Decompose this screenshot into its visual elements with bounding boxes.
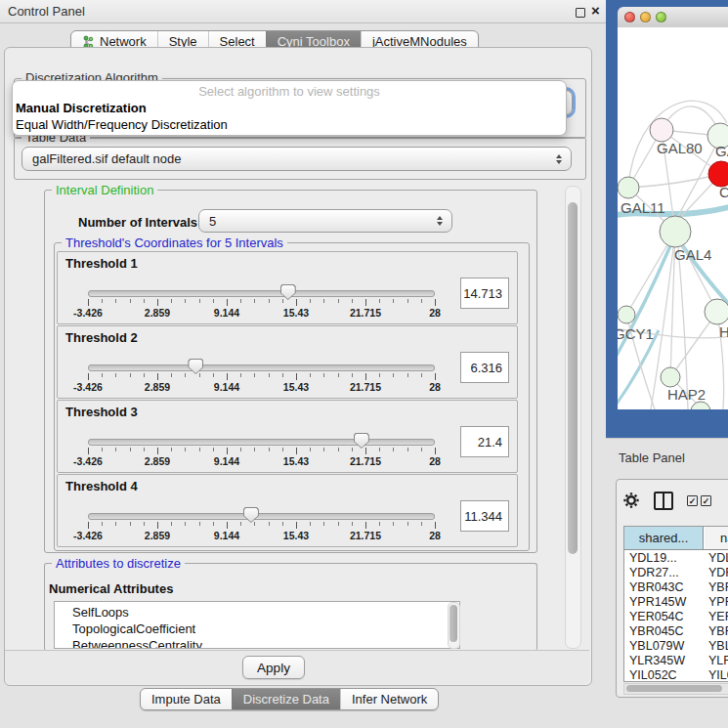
attribute-item[interactable]: BetweennessCentrality [55, 637, 459, 649]
slider-tick [115, 373, 116, 377]
column-header-shared-name[interactable]: shared... [624, 527, 704, 549]
close-button[interactable] [624, 12, 635, 22]
popup-item-manual-discretization[interactable]: Manual Discretization [16, 101, 147, 115]
table-row[interactable]: YPR145WYPR1 [624, 595, 728, 610]
table-row[interactable]: YIL052CYIL0 [624, 668, 728, 682]
minimize-button[interactable] [640, 12, 651, 22]
threshold-slider[interactable] [88, 439, 435, 446]
cell-name: YDL1 [705, 551, 728, 566]
attribute-item[interactable]: SelfLoops [55, 604, 459, 621]
slider-tick [254, 299, 255, 303]
slider-tick [115, 522, 116, 526]
attributes-scrollbar-thumb[interactable] [450, 605, 457, 642]
split-columns-icon[interactable] [654, 492, 673, 510]
slider-tick [393, 299, 394, 303]
popup-item-equal-width-frequency[interactable]: Equal Width/Frequency Discretization [16, 117, 228, 132]
attributes-group-title: Attributes to discretize [52, 556, 185, 571]
threshold-value-field[interactable]: 14.713 [460, 278, 509, 309]
cell-name: YBL0 [705, 639, 728, 654]
table-row[interactable]: YBL079WYBL0 [624, 639, 728, 654]
slider-tick [199, 522, 200, 526]
slider-tick [296, 299, 297, 306]
tab-impute-data[interactable]: Impute Data [141, 689, 232, 709]
table-row[interactable]: YDR27...YDR2 [624, 566, 728, 580]
tab-infer-network[interactable]: Infer Network [340, 689, 438, 709]
threshold-slider[interactable] [88, 290, 435, 297]
threshold-slider[interactable] [88, 513, 435, 520]
network-node-gal11[interactable] [618, 177, 639, 198]
threshold-value-field[interactable]: 21.4 [460, 426, 509, 457]
network-canvas[interactable]: GAL80GACGAL11GAL4GCY1HHAP2 [618, 27, 728, 409]
slider-thumb-icon[interactable] [354, 433, 369, 449]
content-scrollbar[interactable] [565, 186, 581, 649]
slider-tick-label: 9.144 [214, 307, 239, 319]
threshold-value-field[interactable]: 11.344 [460, 500, 509, 532]
table-panel-toolbar: ✓ ✓ [622, 486, 728, 515]
checkbox-icon[interactable]: ✓ [687, 495, 698, 506]
slider-tick [102, 299, 103, 303]
threshold-value-field[interactable]: 6.316 [460, 352, 509, 383]
slider-thumb-icon[interactable] [188, 359, 203, 374]
column-header-name[interactable]: na [705, 527, 728, 549]
table-row[interactable]: YBR043CYBR0 [624, 580, 728, 595]
slider-tick [171, 299, 172, 303]
slider-tick [213, 448, 214, 451]
slider-tick [338, 373, 339, 377]
slider-tick [282, 448, 283, 451]
slider-tick [144, 448, 145, 451]
close-icon[interactable]: × [591, 2, 600, 19]
network-node-hap2[interactable] [661, 367, 680, 387]
slider-tick [310, 373, 311, 377]
slider-tick [88, 522, 89, 529]
slider-tick [407, 448, 408, 451]
tab-discretize-data[interactable]: Discretize Data [232, 689, 340, 709]
slider-tick-label: -3.426 [73, 530, 103, 541]
table-row[interactable]: YBR045CYBR0 [624, 624, 728, 639]
float-window-icon[interactable] [576, 8, 585, 18]
slider-tick [185, 373, 186, 377]
checkbox-icon[interactable]: ✓ [701, 495, 711, 506]
table-hscrollbar-thumb[interactable] [626, 685, 722, 692]
slider-tick [407, 373, 408, 377]
table-row[interactable]: YLR345WYLR3 [624, 654, 728, 668]
slider-tick [171, 448, 172, 451]
attributes-scrollbar[interactable] [448, 602, 460, 649]
table-data-combo[interactable]: galFiltered.sif default node [21, 147, 572, 171]
apply-button[interactable]: Apply [242, 656, 305, 679]
window-title: Control Panel [8, 4, 85, 19]
table-panel-box: ✓ ✓ shared... na YDL19...YDL1YDR27...YDR… [616, 479, 728, 698]
attribute-item[interactable]: TopologicalCoefficient [55, 621, 459, 637]
slider-tick-label: 28 [429, 381, 441, 393]
slider-tick-labels: -3.4262.8599.14415.4321.71528 [88, 381, 435, 393]
network-node[interactable] [691, 402, 710, 409]
network-node-gcy1[interactable] [618, 306, 635, 323]
network-window-titlebar[interactable] [618, 7, 728, 28]
gear-icon[interactable] [622, 492, 640, 509]
slider-tick [365, 522, 366, 529]
slider-tick [269, 522, 270, 526]
slider-thumb-icon[interactable] [243, 507, 259, 523]
cell-shared-name: YBL079W [624, 639, 705, 654]
slider-tick [282, 522, 283, 526]
table-row[interactable]: YDL19...YDL1 [624, 551, 728, 566]
combo-arrows-icon [556, 154, 562, 164]
threshold-panel: Threshold 2 -3.4262.8599.14415.4321.7152… [57, 325, 518, 399]
slider-tick-label: 9.144 [214, 455, 239, 467]
num-intervals-combo[interactable]: 5 [198, 209, 452, 233]
slider-tick [393, 448, 394, 451]
network-node-gal80[interactable] [650, 118, 673, 142]
node-label: GA [715, 143, 728, 159]
network-node-gal4[interactable] [660, 216, 691, 247]
slider-tick [157, 448, 158, 454]
threshold-slider[interactable] [88, 364, 435, 371]
slider-tick-label: 2.859 [145, 455, 170, 467]
network-node-h[interactable] [705, 299, 728, 324]
slider-thumb-icon[interactable] [280, 284, 296, 300]
table-row[interactable]: YER054CYER0 [624, 610, 728, 624]
content-scrollbar-thumb[interactable] [568, 202, 578, 554]
table-hscrollbar[interactable] [623, 683, 728, 695]
slider-tick [130, 373, 131, 377]
slider-tick-label: 21.715 [350, 530, 381, 541]
slider-tick [199, 299, 200, 303]
zoom-button[interactable] [656, 12, 666, 22]
